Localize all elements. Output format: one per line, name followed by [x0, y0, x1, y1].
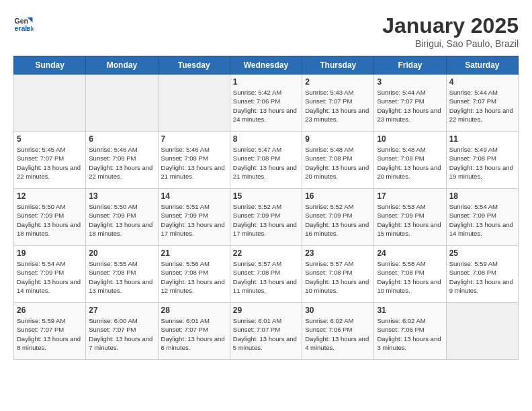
table-row [14, 75, 86, 132]
day-info: Sunrise: 5:50 AM Sunset: 7:09 PM Dayligh… [17, 202, 83, 238]
day-number: 19 [17, 248, 83, 258]
day-number: 2 [305, 77, 371, 87]
table-row: 1 Sunrise: 5:42 AM Sunset: 7:06 PM Dayli… [230, 75, 302, 132]
table-row: 22 Sunrise: 5:57 AM Sunset: 7:08 PM Dayl… [230, 246, 302, 303]
day-number: 5 [17, 134, 83, 144]
header-tuesday: Tuesday [158, 56, 230, 75]
day-number: 3 [377, 77, 443, 87]
header-thursday: Thursday [302, 56, 374, 75]
table-row: 9 Sunrise: 5:48 AM Sunset: 7:08 PM Dayli… [302, 132, 374, 189]
day-info: Sunrise: 5:45 AM Sunset: 7:07 PM Dayligh… [17, 145, 83, 181]
day-info: Sunrise: 6:01 AM Sunset: 7:07 PM Dayligh… [161, 316, 227, 352]
calendar-title: January 2025 [382, 13, 519, 38]
day-number: 26 [17, 306, 83, 315]
day-info: Sunrise: 5:46 AM Sunset: 7:08 PM Dayligh… [89, 145, 154, 181]
logo-icon: Gen eral Blue [13, 13, 34, 34]
day-number: 20 [89, 248, 154, 258]
day-number: 17 [377, 191, 443, 201]
table-row: 12 Sunrise: 5:50 AM Sunset: 7:09 PM Dayl… [14, 189, 86, 246]
day-number: 21 [161, 248, 227, 258]
day-number: 30 [305, 306, 371, 315]
header: Gen eral Blue January 2025 Birigui, Sao … [13, 13, 519, 49]
day-number: 10 [377, 134, 443, 144]
table-row: 5 Sunrise: 5:45 AM Sunset: 7:07 PM Dayli… [14, 132, 86, 189]
weekday-header-row: Sunday Monday Tuesday Wednesday Thursday… [14, 56, 519, 75]
table-row: 18 Sunrise: 5:54 AM Sunset: 7:09 PM Dayl… [446, 189, 518, 246]
day-number: 24 [377, 248, 443, 258]
header-friday: Friday [374, 56, 446, 75]
calendar-week-row: 19 Sunrise: 5:54 AM Sunset: 7:09 PM Dayl… [14, 246, 519, 303]
table-row [446, 303, 518, 360]
day-number: 27 [89, 306, 154, 315]
day-info: Sunrise: 5:57 AM Sunset: 7:08 PM Dayligh… [233, 259, 299, 295]
table-row [158, 75, 230, 132]
day-number: 18 [449, 191, 515, 201]
day-info: Sunrise: 5:48 AM Sunset: 7:08 PM Dayligh… [305, 145, 371, 181]
day-number: 22 [233, 248, 299, 258]
table-row: 31 Sunrise: 6:02 AM Sunset: 7:06 PM Dayl… [374, 303, 446, 360]
table-row [86, 75, 158, 132]
table-row: 11 Sunrise: 5:49 AM Sunset: 7:08 PM Dayl… [446, 132, 518, 189]
title-area: January 2025 Birigui, Sao Paulo, Brazil [382, 13, 519, 49]
table-row: 27 Sunrise: 6:00 AM Sunset: 7:07 PM Dayl… [86, 303, 158, 360]
table-row: 7 Sunrise: 5:46 AM Sunset: 7:08 PM Dayli… [158, 132, 230, 189]
table-row: 21 Sunrise: 5:56 AM Sunset: 7:08 PM Dayl… [158, 246, 230, 303]
calendar-week-row: 1 Sunrise: 5:42 AM Sunset: 7:06 PM Dayli… [14, 75, 519, 132]
day-number: 13 [89, 191, 154, 201]
day-number: 25 [449, 248, 515, 258]
day-info: Sunrise: 5:44 AM Sunset: 7:07 PM Dayligh… [377, 88, 443, 124]
day-info: Sunrise: 5:49 AM Sunset: 7:08 PM Dayligh… [449, 145, 515, 181]
table-row: 28 Sunrise: 6:01 AM Sunset: 7:07 PM Dayl… [158, 303, 230, 360]
calendar-week-row: 26 Sunrise: 5:59 AM Sunset: 7:07 PM Dayl… [14, 303, 519, 360]
day-info: Sunrise: 5:55 AM Sunset: 7:08 PM Dayligh… [89, 259, 154, 295]
logo: Gen eral Blue [13, 13, 34, 34]
day-number: 12 [17, 191, 83, 201]
header-wednesday: Wednesday [230, 56, 302, 75]
header-saturday: Saturday [446, 56, 518, 75]
day-info: Sunrise: 5:54 AM Sunset: 7:09 PM Dayligh… [449, 202, 515, 238]
calendar-week-row: 5 Sunrise: 5:45 AM Sunset: 7:07 PM Dayli… [14, 132, 519, 189]
day-info: Sunrise: 5:50 AM Sunset: 7:09 PM Dayligh… [89, 202, 154, 238]
table-row: 16 Sunrise: 5:52 AM Sunset: 7:09 PM Dayl… [302, 189, 374, 246]
table-row: 13 Sunrise: 5:50 AM Sunset: 7:09 PM Dayl… [86, 189, 158, 246]
day-number: 6 [89, 134, 154, 144]
table-row: 14 Sunrise: 5:51 AM Sunset: 7:09 PM Dayl… [158, 189, 230, 246]
day-info: Sunrise: 5:52 AM Sunset: 7:09 PM Dayligh… [233, 202, 299, 238]
table-row: 29 Sunrise: 6:01 AM Sunset: 7:07 PM Dayl… [230, 303, 302, 360]
day-number: 1 [233, 77, 299, 87]
table-row: 20 Sunrise: 5:55 AM Sunset: 7:08 PM Dayl… [86, 246, 158, 303]
svg-text:eral: eral [15, 24, 28, 32]
svg-text:Blue: Blue [27, 26, 34, 32]
day-info: Sunrise: 5:58 AM Sunset: 7:08 PM Dayligh… [377, 259, 443, 295]
calendar-table: Sunday Monday Tuesday Wednesday Thursday… [13, 56, 519, 360]
calendar-subtitle: Birigui, Sao Paulo, Brazil [382, 38, 519, 49]
day-number: 4 [449, 77, 515, 87]
day-info: Sunrise: 5:47 AM Sunset: 7:08 PM Dayligh… [233, 145, 299, 181]
table-row: 15 Sunrise: 5:52 AM Sunset: 7:09 PM Dayl… [230, 189, 302, 246]
day-info: Sunrise: 5:59 AM Sunset: 7:08 PM Dayligh… [449, 259, 515, 295]
day-number: 28 [161, 306, 227, 315]
day-info: Sunrise: 6:01 AM Sunset: 7:07 PM Dayligh… [233, 316, 299, 352]
day-info: Sunrise: 5:43 AM Sunset: 7:07 PM Dayligh… [305, 88, 371, 124]
day-number: 23 [305, 248, 371, 258]
day-number: 29 [233, 306, 299, 315]
day-info: Sunrise: 5:44 AM Sunset: 7:07 PM Dayligh… [449, 88, 515, 124]
day-number: 8 [233, 134, 299, 144]
day-info: Sunrise: 5:53 AM Sunset: 7:09 PM Dayligh… [377, 202, 443, 238]
table-row: 4 Sunrise: 5:44 AM Sunset: 7:07 PM Dayli… [446, 75, 518, 132]
table-row: 23 Sunrise: 5:57 AM Sunset: 7:08 PM Dayl… [302, 246, 374, 303]
calendar-week-row: 12 Sunrise: 5:50 AM Sunset: 7:09 PM Dayl… [14, 189, 519, 246]
day-info: Sunrise: 6:00 AM Sunset: 7:07 PM Dayligh… [89, 316, 154, 352]
day-info: Sunrise: 5:59 AM Sunset: 7:07 PM Dayligh… [17, 316, 83, 352]
table-row: 19 Sunrise: 5:54 AM Sunset: 7:09 PM Dayl… [14, 246, 86, 303]
day-info: Sunrise: 5:56 AM Sunset: 7:08 PM Dayligh… [161, 259, 227, 295]
day-info: Sunrise: 5:52 AM Sunset: 7:09 PM Dayligh… [305, 202, 371, 238]
table-row: 30 Sunrise: 6:02 AM Sunset: 7:06 PM Dayl… [302, 303, 374, 360]
table-row: 8 Sunrise: 5:47 AM Sunset: 7:08 PM Dayli… [230, 132, 302, 189]
header-monday: Monday [86, 56, 158, 75]
day-info: Sunrise: 5:51 AM Sunset: 7:09 PM Dayligh… [161, 202, 227, 238]
day-number: 16 [305, 191, 371, 201]
day-info: Sunrise: 5:48 AM Sunset: 7:08 PM Dayligh… [377, 145, 443, 181]
day-number: 14 [161, 191, 227, 201]
table-row: 6 Sunrise: 5:46 AM Sunset: 7:08 PM Dayli… [86, 132, 158, 189]
